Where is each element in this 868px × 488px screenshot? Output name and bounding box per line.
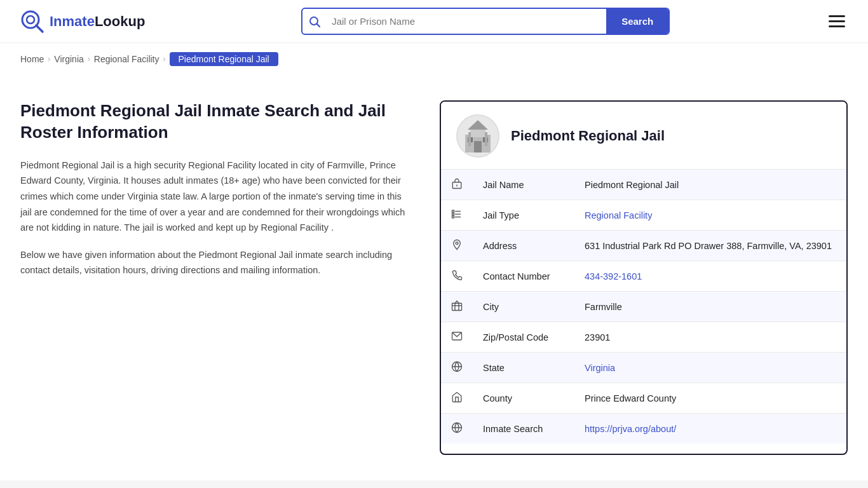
row-icon-globe [441,353,473,383]
row-label-8: Inmate Search [473,414,574,444]
row-label-3: Contact Number [473,261,574,292]
row-label-4: City [473,292,574,322]
search-icon [302,16,327,27]
left-content: Piedmont Regional Jail Inmate Search and… [20,100,414,455]
facility-card: Piedmont Regional Jail Jail NamePiedmont… [440,100,848,455]
row-icon-list [441,200,473,231]
card-facility-name: Piedmont Regional Jail [511,128,665,144]
svg-rect-6 [470,128,485,137]
main-container: Piedmont Regional Jail Inmate Search and… [0,75,868,480]
row-value-5: 23901 [574,322,846,353]
svg-line-4 [317,24,320,27]
svg-rect-26 [452,303,462,310]
row-icon-phone [441,261,473,292]
breadcrumb-virginia[interactable]: Virginia [54,54,83,64]
svg-rect-9 [474,141,482,152]
table-row: Jail TypeRegional Facility [441,200,846,231]
breadcrumb-current: Piedmont Regional Jail [170,52,278,66]
row-icon-globe2 [441,414,473,444]
breadcrumb: Home › Virginia › Regional Facility › Pi… [0,43,868,75]
row-label-6: State [473,353,574,383]
table-row: Contact Number434-392-1601 [441,261,846,292]
page-desc-2: Below we have given information about th… [20,247,414,278]
breadcrumb-chevron-1: › [48,55,50,64]
row-value-7: Prince Edward County [574,383,846,414]
table-row: Jail NamePiedmont Regional Jail [441,170,846,200]
card-header: Piedmont Regional Jail [441,102,846,169]
search-button[interactable]: Search [606,9,668,34]
row-value-4: Farmville [574,292,846,322]
svg-rect-22 [452,210,454,212]
svg-rect-23 [452,214,454,215]
logo-icon [20,10,44,34]
row-icon-county [441,383,473,414]
table-row: Inmate Searchhttps://prjva.org/about/ [441,414,846,444]
breadcrumb-chevron-2: › [88,55,90,64]
row-link-1[interactable]: Regional Facility [585,210,652,220]
hamburger-line-3 [829,25,845,27]
facility-building-icon [459,117,497,155]
row-label-5: Zip/Postal Code [473,322,574,353]
page-footer-bg [0,480,868,488]
svg-point-1 [27,16,34,24]
row-value-3[interactable]: 434-392-1601 [574,261,846,292]
row-label-1: Jail Type [473,200,574,231]
row-label-7: County [473,383,574,414]
facility-avatar [456,114,499,158]
row-icon-jail [441,170,473,200]
row-value-2: 631 Industrial Park Rd PO Drawer 388, Fa… [574,231,846,261]
row-label-0: Jail Name [473,170,574,200]
hamburger-menu[interactable] [826,13,848,30]
page-desc-1: Piedmont Regional Jail is a high securit… [20,158,414,236]
table-row: Address631 Industrial Park Rd PO Drawer … [441,231,846,261]
row-value-0: Piedmont Regional Jail [574,170,846,200]
row-value-6[interactable]: Virginia [574,353,846,383]
search-wrapper: Search [301,8,670,35]
hamburger-line-2 [829,20,845,22]
svg-marker-8 [468,120,488,130]
hamburger-line-1 [829,15,845,17]
row-link-3[interactable]: 434-392-1601 [585,271,642,281]
row-label-2: Address [473,231,574,261]
svg-point-25 [456,242,458,245]
svg-rect-24 [452,216,454,218]
svg-line-2 [36,25,43,32]
search-area: Search [301,8,670,35]
row-link-8[interactable]: https://prjva.org/about/ [585,424,676,434]
page-title: Piedmont Regional Jail Inmate Search and… [20,100,414,144]
table-row: Zip/Postal Code23901 [441,322,846,353]
info-table: Jail NamePiedmont Regional JailJail Type… [441,169,846,444]
svg-rect-12 [468,132,471,146]
row-value-1[interactable]: Regional Facility [574,200,846,231]
breadcrumb-regional-facility[interactable]: Regional Facility [94,54,159,64]
logo-text: InmateLookup [50,13,145,30]
row-icon-zip [441,322,473,353]
breadcrumb-home[interactable]: Home [20,54,44,64]
site-header: InmateLookup Search [0,0,868,43]
svg-rect-13 [485,132,487,146]
search-input[interactable] [327,10,606,33]
breadcrumb-chevron-3: › [163,55,166,64]
row-link-6[interactable]: Virginia [585,363,615,373]
row-icon-city [441,292,473,322]
table-row: CityFarmville [441,292,846,322]
table-row: CountyPrince Edward County [441,383,846,414]
table-row: StateVirginia [441,353,846,383]
row-icon-pin [441,231,473,261]
logo-link[interactable]: InmateLookup [20,10,145,34]
row-value-8[interactable]: https://prjva.org/about/ [574,414,846,444]
